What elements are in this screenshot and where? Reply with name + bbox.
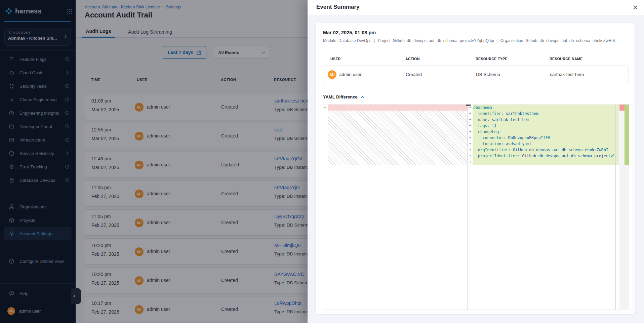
- diff-added-line: + identifier: sarthaktesthem: [468, 111, 619, 117]
- diff-overview-ruler: [619, 105, 629, 310]
- yaml-difference-toggle[interactable]: YAML Difference: [323, 94, 365, 99]
- meta-separator: |: [374, 38, 375, 43]
- chevron-up-icon: [361, 95, 365, 99]
- column-action: ACTION: [405, 57, 420, 61]
- column-user: USER: [330, 57, 341, 61]
- diff-added-line: + name: sarthak-test-hem: [468, 117, 619, 123]
- ruler-removed-mark: [619, 105, 625, 111]
- row-user: admin user: [339, 72, 362, 77]
- event-organization: Organization: Github_db_devops_aut_db_sc…: [500, 38, 615, 43]
- removed-line-highlight: [328, 105, 468, 111]
- column-resource-type: RESOURCE TYPE: [476, 57, 508, 61]
- removed-line-marker: −: [324, 105, 328, 111]
- diff-added-line: + orgIdentifier: Github_db_devops_aut_db…: [468, 147, 619, 153]
- diff-added-line: + tags: []: [468, 123, 619, 129]
- yaml-diff-viewer: − +dbschema: + identifier: sarthaktesthe…: [323, 104, 633, 310]
- diff-original-pane: [328, 105, 468, 310]
- avatar: AU: [328, 70, 336, 79]
- column-resource-name: RESOURCE NAME: [550, 57, 583, 61]
- event-summary-drawer: Event Summary Mar 02, 2025, 01:08 pm Mod…: [308, 0, 644, 323]
- diff-added-line: +: [468, 159, 619, 165]
- event-datetime: Mar 02, 2025, 01:08 pm: [323, 30, 376, 35]
- row-action: Created: [406, 72, 422, 77]
- diff-added-line: + changeLog:: [468, 129, 619, 135]
- row-resource-name: sarthak-test-hem: [550, 72, 584, 77]
- close-icon[interactable]: [633, 5, 638, 10]
- diff-divider-handle[interactable]: [466, 105, 471, 106]
- drawer-header: Event Summary: [308, 0, 644, 15]
- diff-content-boundary: [615, 105, 616, 310]
- drawer-table-row[interactable]: AU admin user Created DB Schema sarthak-…: [323, 66, 629, 83]
- diff-added-line: +dbschema:: [468, 105, 619, 111]
- diff-added-line: + projectIdentifier: Github_db_devops_au…: [468, 153, 619, 159]
- row-resource-type: DB Schema: [476, 72, 500, 77]
- event-project: Project: Github_db_devops_aut_db_schema_…: [378, 38, 494, 43]
- diff-added-line: + connector: DbDevopsoBKpcpIfEV: [468, 135, 619, 141]
- ruler-added-mark: [625, 105, 629, 165]
- diff-modified-pane: +dbschema: + identifier: sarthaktesthem …: [468, 105, 619, 165]
- modal-overlay[interactable]: [0, 0, 308, 323]
- diff-added-line: + location: asdsad.yaml: [468, 141, 619, 147]
- event-module: Module: Database DevOps: [323, 38, 371, 43]
- meta-separator: |: [496, 38, 497, 43]
- drawer-title: Event Summary: [316, 4, 360, 10]
- drawer-body: Mar 02, 2025, 01:08 pm Module: Database …: [308, 15, 644, 323]
- app-root: harness ACCOUNT Abhinav - Kitchen Sin...…: [0, 0, 644, 323]
- event-meta: Module: Database DevOps | Project: Githu…: [323, 38, 615, 43]
- diff-empty-hatch: [328, 111, 468, 165]
- event-card: Mar 02, 2025, 01:08 pm Module: Database …: [316, 22, 635, 314]
